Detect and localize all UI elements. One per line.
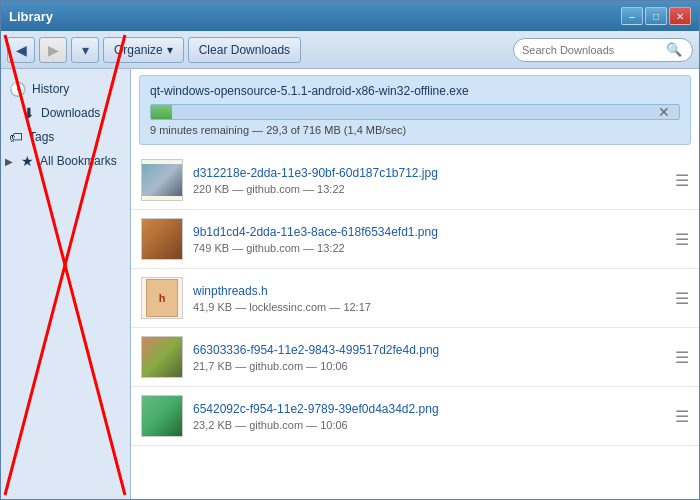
progress-fill bbox=[151, 105, 172, 119]
thumbnail-preview bbox=[142, 164, 182, 196]
item-info: 6542092c-f954-11e2-9789-39ef0d4a34d2.png… bbox=[193, 402, 665, 431]
item-menu-button[interactable]: ☰ bbox=[675, 289, 689, 308]
item-thumbnail bbox=[141, 218, 183, 260]
item-thumbnail bbox=[141, 159, 183, 201]
item-info: d312218e-2dda-11e3-90bf-60d187c1b712.jpg… bbox=[193, 166, 665, 195]
sidebar-label-bookmarks: All Bookmarks bbox=[40, 154, 117, 168]
bookmarks-icon: ★ bbox=[21, 153, 34, 169]
history-icon: 🕐 bbox=[9, 81, 26, 97]
download-status: 9 minutes remaining — 29,3 of 716 MB (1,… bbox=[150, 124, 680, 136]
cancel-download-button[interactable]: ✕ bbox=[658, 104, 670, 120]
window-title: Library bbox=[9, 9, 53, 24]
close-button[interactable]: ✕ bbox=[669, 7, 691, 25]
progress-bar bbox=[150, 104, 680, 120]
thumbnail-preview bbox=[142, 218, 182, 260]
search-icon[interactable]: 🔍 bbox=[666, 42, 682, 57]
sidebar-item-history[interactable]: 🕐 History bbox=[1, 77, 130, 101]
item-info: 9b1d1cd4-2dda-11e3-8ace-618f6534efd1.png… bbox=[193, 225, 665, 254]
thumbnail-preview bbox=[142, 395, 182, 437]
item-filename[interactable]: d312218e-2dda-11e3-90bf-60d187c1b712.jpg bbox=[193, 166, 665, 180]
item-menu-button[interactable]: ☰ bbox=[675, 407, 689, 426]
sidebar-label-downloads: Downloads bbox=[41, 106, 100, 120]
active-filename: qt-windows-opensource-5.1.1-android-x86-… bbox=[150, 84, 680, 98]
tags-icon: 🏷 bbox=[9, 129, 23, 145]
item-thumbnail bbox=[141, 336, 183, 378]
item-filename[interactable]: winpthreads.h bbox=[193, 284, 665, 298]
list-item: 9b1d1cd4-2dda-11e3-8ace-618f6534efd1.png… bbox=[131, 210, 699, 269]
toolbar: ◀ ▶ ▾ Organize ▾ Clear Downloads 🔍 bbox=[1, 31, 699, 69]
downloads-icon: ⬇ bbox=[23, 105, 35, 121]
maximize-button[interactable]: □ bbox=[645, 7, 667, 25]
thumbnail-preview: h bbox=[146, 279, 178, 317]
item-thumbnail bbox=[141, 395, 183, 437]
item-menu-button[interactable]: ☰ bbox=[675, 348, 689, 367]
item-filename[interactable]: 9b1d1cd4-2dda-11e3-8ace-618f6534efd1.png bbox=[193, 225, 665, 239]
clear-label: Clear Downloads bbox=[199, 43, 290, 57]
sidebar-item-tags[interactable]: 🏷 Tags bbox=[1, 125, 130, 149]
organize-arrow-icon: ▾ bbox=[167, 43, 173, 57]
library-window: Library – □ ✕ ◀ ▶ ▾ Organize ▾ Clear Dow… bbox=[0, 0, 700, 500]
search-input[interactable] bbox=[522, 44, 662, 56]
list-item: d312218e-2dda-11e3-90bf-60d187c1b712.jpg… bbox=[131, 151, 699, 210]
organize-button[interactable]: Organize ▾ bbox=[103, 37, 184, 63]
list-item: h winpthreads.h 41,9 KB — locklessinc.co… bbox=[131, 269, 699, 328]
thumbnail-preview bbox=[142, 336, 182, 378]
search-box: 🔍 bbox=[513, 38, 693, 62]
back-button[interactable]: ◀ bbox=[7, 37, 35, 63]
item-info: 66303336-f954-11e2-9843-499517d2fe4d.png… bbox=[193, 343, 665, 372]
item-filename[interactable]: 66303336-f954-11e2-9843-499517d2fe4d.png bbox=[193, 343, 665, 357]
item-meta: 749 KB — github.com — 13:22 bbox=[193, 242, 665, 254]
sidebar-item-bookmarks[interactable]: ▶ ★ All Bookmarks bbox=[1, 149, 130, 173]
window-controls: – □ ✕ bbox=[621, 7, 691, 25]
downloads-content: qt-windows-opensource-5.1.1-android-x86-… bbox=[131, 69, 699, 499]
recent-button[interactable]: ▾ bbox=[71, 37, 99, 63]
item-menu-button[interactable]: ☰ bbox=[675, 230, 689, 249]
list-item: 6542092c-f954-11e2-9789-39ef0d4a34d2.png… bbox=[131, 387, 699, 446]
item-menu-button[interactable]: ☰ bbox=[675, 171, 689, 190]
item-filename[interactable]: 6542092c-f954-11e2-9789-39ef0d4a34d2.png bbox=[193, 402, 665, 416]
item-meta: 23,2 KB — github.com — 10:06 bbox=[193, 419, 665, 431]
item-meta: 220 KB — github.com — 13:22 bbox=[193, 183, 665, 195]
sidebar-label-tags: Tags bbox=[29, 130, 54, 144]
item-thumbnail: h bbox=[141, 277, 183, 319]
sidebar-label-history: History bbox=[32, 82, 69, 96]
sidebar-item-downloads[interactable]: ⬇ Downloads bbox=[1, 101, 130, 125]
active-download-item: qt-windows-opensource-5.1.1-android-x86-… bbox=[139, 75, 691, 145]
list-item: 66303336-f954-11e2-9843-499517d2fe4d.png… bbox=[131, 328, 699, 387]
item-meta: 41,9 KB — locklessinc.com — 12:17 bbox=[193, 301, 665, 313]
sidebar: 🕐 History ⬇ Downloads 🏷 Tags ▶ ★ All Boo… bbox=[1, 69, 131, 499]
title-bar: Library – □ ✕ bbox=[1, 1, 699, 31]
forward-button[interactable]: ▶ bbox=[39, 37, 67, 63]
expand-icon: ▶ bbox=[5, 156, 13, 167]
item-meta: 21,7 KB — github.com — 10:06 bbox=[193, 360, 665, 372]
main-area: 🕐 History ⬇ Downloads 🏷 Tags ▶ ★ All Boo… bbox=[1, 69, 699, 499]
clear-downloads-button[interactable]: Clear Downloads bbox=[188, 37, 301, 63]
item-info: winpthreads.h 41,9 KB — locklessinc.com … bbox=[193, 284, 665, 313]
minimize-button[interactable]: – bbox=[621, 7, 643, 25]
organize-label: Organize bbox=[114, 43, 163, 57]
